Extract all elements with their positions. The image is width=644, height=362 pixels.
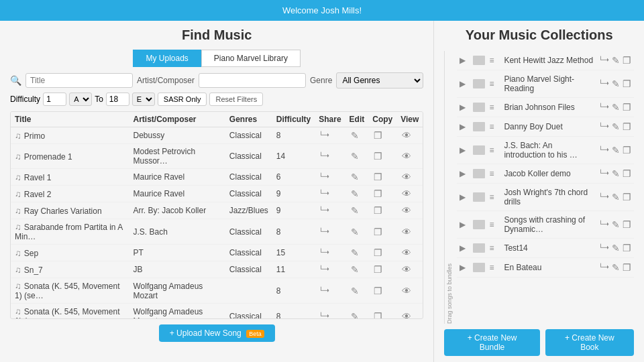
edit-icon[interactable]: ✎ [351, 130, 359, 141]
share-icon[interactable]: ⮡ [320, 172, 329, 182]
song-copy[interactable]: ❐ [368, 169, 396, 186]
edit-icon[interactable]: ✎ [351, 227, 359, 237]
edit-icon[interactable]: ✎ [351, 286, 359, 296]
song-share[interactable]: ⮡ [315, 304, 345, 320]
edit-coll-icon[interactable]: ✎ [612, 145, 620, 156]
edit-coll-icon[interactable]: ✎ [612, 168, 620, 179]
play-icon[interactable]: ▶ [460, 169, 469, 178]
song-copy[interactable]: ❐ [368, 144, 396, 169]
share-coll-icon[interactable]: ⮡ [600, 78, 609, 89]
song-edit[interactable]: ✎ [345, 219, 369, 245]
song-share[interactable]: ⮡ [315, 245, 345, 261]
song-share[interactable]: ⮡ [315, 127, 345, 144]
view-icon[interactable]: 👁 [402, 151, 411, 162]
song-view[interactable]: 👁 [396, 169, 423, 186]
view-icon[interactable]: 👁 [402, 311, 411, 320]
play-icon[interactable]: ▶ [460, 79, 469, 88]
song-copy[interactable]: ❐ [368, 304, 396, 320]
song-view[interactable]: 👁 [396, 245, 423, 261]
play-icon[interactable]: ▶ [460, 220, 469, 229]
song-copy[interactable]: ❐ [368, 261, 396, 278]
view-icon[interactable]: 👁 [402, 172, 411, 182]
copy-coll-icon[interactable]: ❐ [623, 262, 631, 273]
upload-song-button[interactable]: + Upload New Song Beta [159, 324, 275, 342]
copy-icon[interactable]: ❐ [374, 286, 382, 296]
share-icon[interactable]: ⮡ [320, 264, 329, 275]
edit-icon[interactable]: ✎ [351, 264, 359, 275]
copy-coll-icon[interactable]: ❐ [623, 192, 631, 202]
copy-icon[interactable]: ❐ [374, 227, 382, 237]
song-edit[interactable]: ✎ [345, 304, 369, 320]
play-icon[interactable]: ▶ [460, 122, 469, 131]
play-icon[interactable]: ▶ [460, 103, 469, 112]
sasr-only-button[interactable]: SASR Only [158, 93, 207, 106]
song-edit[interactable]: ✎ [345, 261, 369, 278]
edit-coll-icon[interactable]: ✎ [612, 262, 620, 273]
share-coll-icon[interactable]: ⮡ [600, 219, 609, 230]
share-icon[interactable]: ⮡ [320, 188, 329, 199]
copy-coll-icon[interactable]: ❐ [623, 121, 631, 132]
share-coll-icon[interactable]: ⮡ [600, 145, 609, 156]
share-icon[interactable]: ⮡ [320, 311, 329, 320]
song-view[interactable]: 👁 [396, 304, 423, 320]
share-coll-icon[interactable]: ⮡ [600, 168, 609, 179]
copy-icon[interactable]: ❐ [374, 264, 382, 275]
edit-coll-icon[interactable]: ✎ [612, 55, 620, 66]
copy-icon[interactable]: ❐ [374, 205, 382, 216]
copy-coll-icon[interactable]: ❐ [623, 219, 631, 230]
copy-icon[interactable]: ❐ [374, 188, 382, 199]
song-edit[interactable]: ✎ [345, 245, 369, 261]
song-view[interactable]: 👁 [396, 186, 423, 202]
song-copy[interactable]: ❐ [368, 219, 396, 245]
edit-icon[interactable]: ✎ [351, 172, 359, 182]
copy-coll-icon[interactable]: ❐ [623, 243, 631, 253]
copy-icon[interactable]: ❐ [374, 172, 382, 182]
song-share[interactable]: ⮡ [315, 261, 345, 278]
copy-coll-icon[interactable]: ❐ [623, 145, 631, 156]
share-coll-icon[interactable]: ⮡ [600, 102, 609, 113]
edit-icon[interactable]: ✎ [351, 311, 359, 320]
edit-icon[interactable]: ✎ [351, 205, 359, 216]
view-icon[interactable]: 👁 [402, 227, 411, 237]
song-share[interactable]: ⮡ [315, 169, 345, 186]
edit-coll-icon[interactable]: ✎ [612, 219, 620, 230]
song-edit[interactable]: ✎ [345, 186, 369, 202]
song-copy[interactable]: ❐ [368, 245, 396, 261]
song-view[interactable]: 👁 [396, 144, 423, 169]
share-icon[interactable]: ⮡ [320, 205, 329, 216]
song-share[interactable]: ⮡ [315, 278, 345, 304]
play-icon[interactable]: ▶ [460, 263, 469, 272]
share-coll-icon[interactable]: ⮡ [600, 243, 609, 253]
copy-icon[interactable]: ❐ [374, 130, 382, 141]
share-icon[interactable]: ⮡ [320, 130, 329, 141]
title-search-input[interactable] [25, 73, 133, 88]
share-icon[interactable]: ⮡ [320, 151, 329, 162]
edit-icon[interactable]: ✎ [351, 151, 359, 162]
share-icon[interactable]: ⮡ [320, 227, 329, 237]
edit-coll-icon[interactable]: ✎ [612, 243, 620, 253]
create-bundle-button[interactable]: + Create New Bundle [444, 329, 539, 356]
copy-icon[interactable]: ❐ [374, 151, 382, 162]
song-share[interactable]: ⮡ [315, 186, 345, 202]
artist-search-input[interactable] [199, 73, 306, 88]
play-icon[interactable]: ▶ [460, 56, 469, 65]
play-icon[interactable]: ▶ [460, 145, 469, 155]
tab-my-uploads[interactable]: My Uploads [133, 50, 201, 67]
share-coll-icon[interactable]: ⮡ [600, 121, 609, 132]
edit-icon[interactable]: ✎ [351, 247, 359, 258]
song-view[interactable]: 👁 [396, 202, 423, 219]
view-icon[interactable]: 👁 [402, 264, 411, 275]
difficulty-to-letter[interactable]: ABCDE [132, 93, 155, 106]
share-coll-icon[interactable]: ⮡ [600, 192, 609, 202]
song-view[interactable]: 👁 [396, 278, 423, 304]
view-icon[interactable]: 👁 [402, 188, 411, 199]
song-edit[interactable]: ✎ [345, 278, 369, 304]
song-copy[interactable]: ❐ [368, 278, 396, 304]
edit-coll-icon[interactable]: ✎ [612, 78, 620, 89]
song-view[interactable]: 👁 [396, 127, 423, 144]
song-copy[interactable]: ❐ [368, 202, 396, 219]
song-edit[interactable]: ✎ [345, 127, 369, 144]
reset-filters-button[interactable]: Reset Filters [209, 93, 263, 106]
copy-icon[interactable]: ❐ [374, 311, 382, 320]
genre-select[interactable]: All Genres Classical Jazz/Blues [336, 72, 423, 88]
